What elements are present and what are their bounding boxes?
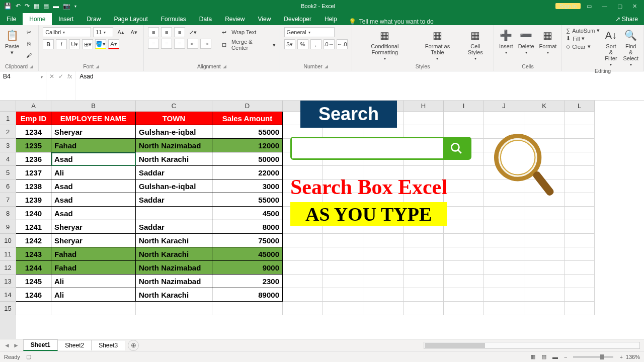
cell[interactable]: Saddar — [136, 220, 212, 234]
cell[interactable] — [283, 275, 323, 288]
undo-icon[interactable]: ↶ — [16, 3, 21, 10]
fill-color-button[interactable]: 🪣▾ — [95, 39, 106, 49]
cell[interactable]: Fahad — [51, 247, 136, 261]
autosum-button[interactable]: ∑ AutoSum ▾ — [566, 27, 600, 34]
cell[interactable] — [323, 275, 363, 288]
cell[interactable] — [404, 234, 444, 247]
cell[interactable] — [323, 288, 363, 302]
cell[interactable]: 1246 — [16, 288, 51, 302]
row-header[interactable]: 4 — [0, 152, 16, 166]
format-painter-icon[interactable]: 🖌 — [23, 50, 34, 60]
page-layout-view-icon[interactable]: ▤ — [538, 353, 549, 360]
save-icon[interactable]: 💾 — [4, 3, 12, 10]
cell[interactable]: Gulshan-e-iqbal — [136, 125, 212, 139]
cell[interactable]: Asad — [51, 193, 136, 207]
name-box[interactable]: ▾ — [0, 71, 46, 100]
increase-indent-icon[interactable]: ⇥ — [200, 39, 211, 49]
sort-filter-button[interactable]: A↓Sort & Filter▾ — [603, 27, 619, 68]
cell[interactable]: Ali — [51, 275, 136, 288]
row-header[interactable]: 8 — [0, 207, 16, 220]
cell[interactable] — [363, 261, 404, 275]
tab-insert[interactable]: Insert — [52, 13, 80, 25]
qat-icon[interactable]: ▤ — [43, 3, 49, 10]
cell[interactable]: North Karachi — [136, 247, 212, 261]
tab-formulas[interactable]: Formulas — [154, 13, 193, 25]
paste-button[interactable]: 📋 Paste▾ — [4, 27, 20, 56]
cell[interactable] — [565, 234, 595, 247]
tab-home[interactable]: Home — [23, 13, 52, 25]
cell[interactable]: 1236 — [16, 152, 51, 166]
sheet-tab[interactable]: Sheet3 — [91, 340, 125, 350]
cell[interactable]: Fahad — [51, 139, 136, 152]
share-button[interactable]: ↗ Share — [609, 13, 644, 25]
maximize-icon[interactable]: ▢ — [613, 3, 626, 10]
align-left-icon[interactable]: ≡ — [148, 39, 159, 49]
cell[interactable] — [283, 234, 323, 247]
next-sheet-icon[interactable]: ► — [13, 342, 19, 349]
decrease-indent-icon[interactable]: ⇤ — [187, 39, 198, 49]
cell[interactable] — [136, 302, 212, 315]
align-top-icon[interactable]: ≡ — [148, 27, 159, 37]
grid[interactable]: ABCDEFGHIJKL Emp IDEMPLOYEE NAMETOWNSale… — [16, 101, 644, 339]
ribbon-display-icon[interactable]: ▭ — [583, 3, 596, 10]
name-box-input[interactable] — [3, 73, 33, 80]
cell[interactable] — [283, 261, 323, 275]
tab-data[interactable]: Data — [193, 13, 218, 25]
row-header[interactable]: 7 — [0, 193, 16, 207]
cell[interactable] — [444, 234, 484, 247]
cell[interactable]: 1237 — [16, 166, 51, 179]
format-cells-button[interactable]: ▦Format▾ — [538, 27, 558, 56]
formula-input[interactable]: Asad — [75, 71, 644, 100]
column-header[interactable]: D — [212, 101, 283, 112]
cell[interactable] — [484, 302, 524, 315]
cell[interactable]: TOWN — [136, 112, 212, 125]
tab-developer[interactable]: Developer — [277, 13, 318, 25]
cell[interactable]: North Nazimabad — [136, 275, 212, 288]
row-header[interactable]: 10 — [0, 234, 16, 247]
currency-icon[interactable]: $▾ — [284, 39, 295, 49]
cell[interactable] — [136, 207, 212, 220]
cell[interactable]: 3000 — [212, 179, 283, 193]
copy-icon[interactable]: ⎘ — [23, 39, 34, 49]
camera-icon[interactable]: 📷 — [63, 3, 70, 10]
cell[interactable]: 1234 — [16, 125, 51, 139]
underline-button[interactable]: U▾ — [69, 39, 80, 49]
cell[interactable]: 1242 — [16, 234, 51, 247]
cell[interactable]: 1235 — [16, 139, 51, 152]
cell[interactable]: 1240 — [16, 207, 51, 220]
cell[interactable] — [484, 288, 524, 302]
number-format-select[interactable]: General▾ — [284, 27, 335, 37]
sheet-tab[interactable]: Sheet1 — [23, 339, 58, 351]
cell[interactable]: Asad — [51, 179, 136, 193]
cell[interactable]: 1244 — [16, 261, 51, 275]
select-all-button[interactable] — [0, 101, 16, 112]
cell[interactable]: 55000 — [212, 193, 283, 207]
tab-help[interactable]: Help — [318, 13, 344, 25]
cell[interactable] — [283, 288, 323, 302]
row-header[interactable]: 1 — [0, 112, 16, 125]
cell[interactable] — [524, 288, 565, 302]
bold-button[interactable]: B — [43, 39, 54, 49]
cell-styles-button[interactable]: ▦Cell Styles▾ — [461, 27, 490, 62]
cell[interactable]: 45000 — [212, 247, 283, 261]
cell[interactable]: North Nazimabad — [136, 139, 212, 152]
cell[interactable] — [524, 234, 565, 247]
cell[interactable] — [323, 247, 363, 261]
cell[interactable] — [444, 247, 484, 261]
cell[interactable]: Ali — [51, 166, 136, 179]
cell[interactable]: North Karachi — [136, 152, 212, 166]
italic-button[interactable]: I — [56, 39, 67, 49]
cell[interactable] — [444, 261, 484, 275]
cell[interactable] — [444, 288, 484, 302]
zoom-out-icon[interactable]: − — [561, 354, 570, 360]
cell[interactable]: North Karachi — [136, 234, 212, 247]
cell[interactable] — [565, 261, 595, 275]
cell[interactable] — [484, 247, 524, 261]
cell[interactable] — [484, 261, 524, 275]
row-header[interactable]: 6 — [0, 179, 16, 193]
cell[interactable]: North Karachi — [136, 288, 212, 302]
cell[interactable] — [404, 261, 444, 275]
cell[interactable] — [363, 234, 404, 247]
tab-file[interactable]: File — [0, 13, 23, 25]
row-header[interactable]: 15 — [0, 302, 16, 315]
